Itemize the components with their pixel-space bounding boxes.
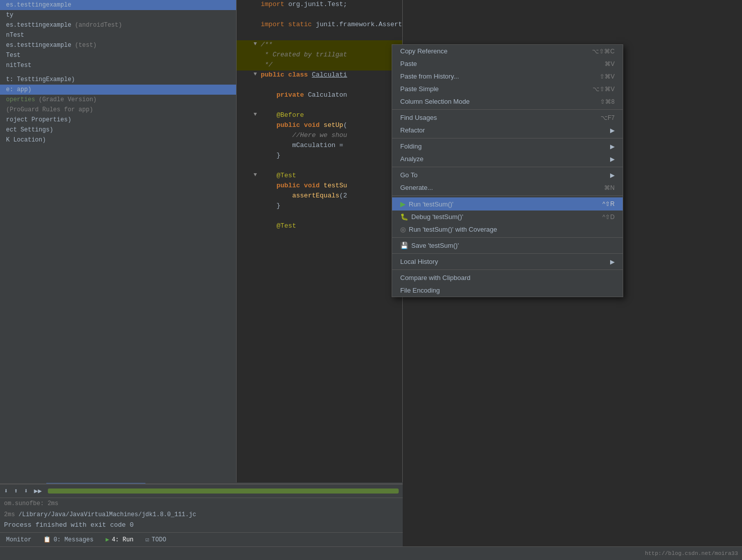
run-icon: ▶ bbox=[106, 536, 109, 543]
code-line-before: ▼ @Before bbox=[237, 111, 402, 121]
toolbar-btn-down2[interactable]: ⬇ bbox=[22, 486, 30, 496]
sidebar-item-label-12: (ProGuard Rules for app) bbox=[6, 106, 93, 113]
code-line-brace1: } bbox=[237, 151, 402, 161]
generate-shortcut: ⌘N bbox=[604, 184, 615, 191]
messages-icon: 📋 bbox=[43, 536, 51, 543]
toolbar-btn-more[interactable]: ▶▶ bbox=[32, 486, 44, 496]
status-bar: http://blog.csdn.net/moira33 bbox=[0, 546, 742, 560]
code-line-mcalc: mCaculation = bbox=[237, 141, 402, 151]
sidebar-item-14[interactable]: ect Settings) bbox=[0, 125, 236, 135]
sidebar-item-6[interactable]: Test bbox=[0, 50, 236, 60]
sidebar-item-7[interactable]: nitTest bbox=[0, 60, 236, 71]
run-tabs: Monitor 📋 0: Messages ▶ 4: Run ☑ TODO bbox=[0, 532, 403, 546]
code-line-blank1 bbox=[237, 10, 402, 20]
menu-paste-simple[interactable]: Paste Simple ⌥⇧⌘V bbox=[392, 83, 623, 95]
menu-analyze[interactable]: Analyze ▶ bbox=[392, 153, 623, 165]
paste-label: Paste bbox=[400, 60, 417, 67]
copy-reference-label: Copy Reference bbox=[400, 47, 448, 55]
find-usages-shortcut: ⌥F7 bbox=[601, 114, 615, 121]
code-line-test2: @Test bbox=[237, 222, 402, 232]
sidebar-item-label-7: nitTest bbox=[6, 62, 31, 69]
refactor-label: Refactor bbox=[400, 126, 425, 134]
sidebar-item-10[interactable]: e: app) bbox=[0, 85, 236, 95]
menu-save-testsum[interactable]: 💾 Save 'testSum()' bbox=[392, 239, 623, 252]
menu-sep-5 bbox=[392, 237, 623, 238]
menu-sep-1 bbox=[392, 109, 623, 110]
sidebar-item-3[interactable]: es.testtingexample (androidTest) bbox=[0, 20, 236, 30]
line-number-2 bbox=[237, 21, 252, 21]
sidebar-item-11[interactable]: operties (Gradle Version) bbox=[0, 95, 236, 105]
menu-find-usages[interactable]: Find Usages ⌥F7 bbox=[392, 111, 623, 124]
code-line-blank6 bbox=[237, 212, 402, 222]
run-tab-monitor[interactable]: Monitor bbox=[0, 534, 37, 546]
line-number-1 bbox=[237, 1, 252, 1]
sidebar-item-13[interactable]: roject Properties) bbox=[0, 115, 236, 125]
sidebar-item-label-15: K Location) bbox=[6, 136, 46, 144]
analyze-arrow: ▶ bbox=[610, 156, 615, 163]
code-line-test: ▼ @Test bbox=[237, 171, 402, 181]
menu-run-coverage[interactable]: ◎ Run 'testSum()' with Coverage bbox=[392, 223, 623, 236]
sidebar-item-label-6: Test bbox=[6, 52, 21, 59]
sidebar-item-label-10: e: app) bbox=[6, 86, 31, 93]
code-line-brace2: } bbox=[237, 201, 402, 212]
run-testsum-shortcut: ^⇧R bbox=[603, 200, 615, 207]
code-line-private: private Calculaton bbox=[237, 91, 402, 101]
log-path: /Library/Java/JavaVirtualMachines/jdk1.8… bbox=[19, 511, 196, 518]
sidebar-item-2[interactable]: ty bbox=[0, 10, 236, 20]
menu-sep-6 bbox=[392, 253, 623, 254]
sidebar-item-label-14: ect Settings) bbox=[6, 126, 53, 133]
menu-goto[interactable]: Go To ▶ bbox=[392, 169, 623, 181]
sidebar-item-label-4: nTest bbox=[6, 32, 24, 39]
folding-label: Folding bbox=[400, 143, 422, 150]
context-menu: Copy Reference ⌥⇧⌘C Paste ⌘V Paste from … bbox=[392, 44, 623, 297]
menu-file-encoding[interactable]: File Encoding bbox=[392, 284, 623, 297]
menu-local-history[interactable]: Local History ▶ bbox=[392, 255, 623, 268]
code-line-comment: //Here we shou bbox=[237, 131, 402, 141]
sidebar-item-label-9: t: TesttingExample) bbox=[6, 76, 75, 83]
sidebar-item-label-5: es.testtingexample (test) bbox=[6, 42, 97, 49]
toolbar-btn-up[interactable]: ⬆ bbox=[12, 486, 20, 496]
goto-label: Go To bbox=[400, 171, 417, 179]
run-tab-messages[interactable]: 📋 0: Messages bbox=[37, 533, 99, 546]
sidebar-item-label-13: roject Properties) bbox=[6, 116, 71, 123]
run-play-icon: ▶ bbox=[400, 200, 406, 208]
menu-column-selection[interactable]: Column Selection Mode ⇧⌘8 bbox=[392, 95, 623, 108]
menu-paste[interactable]: Paste ⌘V bbox=[392, 57, 623, 70]
code-line-javadoc-start: ▼ /** bbox=[237, 40, 402, 50]
menu-paste-history[interactable]: Paste from History... ⇧⌘V bbox=[392, 70, 623, 83]
goto-arrow: ▶ bbox=[610, 172, 615, 179]
sidebar-item-1[interactable]: es.testtingexample bbox=[0, 0, 236, 10]
sidebar-item-15[interactable]: K Location) bbox=[0, 135, 236, 145]
sidebar-item-5[interactable]: es.testtingexample (test) bbox=[0, 40, 236, 50]
process-message: Process finished with exit code 0 bbox=[0, 520, 403, 530]
menu-generate[interactable]: Generate... ⌘N bbox=[392, 181, 623, 194]
menu-run-testsum[interactable]: ▶ Run 'testSum()' ^⇧R bbox=[392, 197, 623, 211]
menu-refactor[interactable]: Refactor ▶ bbox=[392, 124, 623, 136]
sidebar-item-12[interactable]: (ProGuard Rules for app) bbox=[0, 105, 236, 115]
menu-sep-7 bbox=[392, 269, 623, 270]
code-line-testsu: public void testSu bbox=[237, 181, 402, 191]
debug-icon: 🐛 bbox=[400, 213, 408, 221]
sidebar-item-label-11: operties (Gradle Version) bbox=[6, 96, 97, 103]
menu-folding[interactable]: Folding ▶ bbox=[392, 140, 623, 153]
sidebar-item-label-2: ty bbox=[6, 12, 13, 19]
code-line-setup: public void setUp( bbox=[237, 121, 402, 131]
menu-compare-clipboard[interactable]: Compare with Clipboard bbox=[392, 271, 623, 284]
save-testsum-label: Save 'testSum()' bbox=[411, 242, 459, 249]
menu-sep-3 bbox=[392, 167, 623, 167]
code-line-javadoc-body: * Created by trillgat bbox=[237, 50, 402, 60]
menu-debug-testsum[interactable]: 🐛 Debug 'testSum()' ^⇧D bbox=[392, 211, 623, 223]
run-tab-todo[interactable]: ☑ TODO bbox=[139, 533, 172, 546]
code-editor[interactable]: import org.junit.Test; import static jun… bbox=[237, 0, 403, 483]
run-tab-run[interactable]: ▶ 4: Run bbox=[100, 533, 139, 546]
run-label: 4: Run bbox=[112, 536, 133, 543]
url-label: http://blog.csdn.net/moira33 bbox=[645, 550, 738, 556]
analyze-label: Analyze bbox=[400, 155, 423, 163]
bottom-toolbar: ⬇ ⬆ ⬇ ▶▶ bbox=[0, 484, 403, 498]
menu-copy-reference[interactable]: Copy Reference ⌥⇧⌘C bbox=[392, 45, 623, 57]
toolbar-btn-down1[interactable]: ⬇ bbox=[2, 486, 10, 496]
sidebar-item-9[interactable]: t: TesttingExample) bbox=[0, 75, 236, 85]
sidebar-item-4[interactable]: nTest bbox=[0, 30, 236, 40]
monitor-label: Monitor bbox=[6, 536, 31, 543]
run-coverage-label: Run 'testSum()' with Coverage bbox=[409, 226, 497, 233]
